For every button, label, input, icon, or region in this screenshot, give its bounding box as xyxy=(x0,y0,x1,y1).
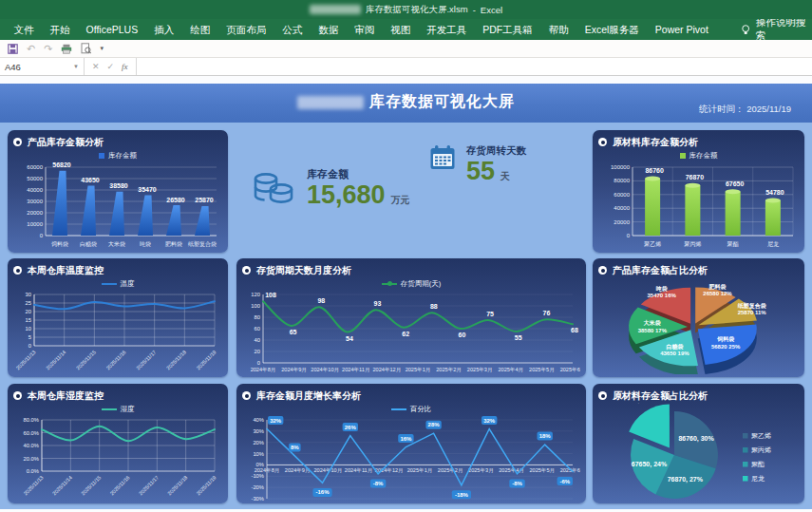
chart-text: 10 xyxy=(26,326,31,332)
chart-text: 吨袋 xyxy=(656,285,668,293)
chart-text: 35470 16% xyxy=(647,293,676,298)
chart-text: 25870 11% xyxy=(738,310,767,315)
chart-text: 2025年2月 xyxy=(436,367,462,373)
cycle-line-chart[interactable]: 0204060801001202024年8月2024年9月2024年10月202… xyxy=(242,290,580,374)
chart-text: 68 xyxy=(571,327,578,333)
chart-text: 15 xyxy=(26,317,31,323)
ribbon-tab-6[interactable]: 页面布局 xyxy=(218,19,274,40)
chart-text: 54 xyxy=(346,335,353,342)
chart-text: 20 xyxy=(255,349,260,354)
chart-text: -8% xyxy=(512,481,522,486)
ribbon-tab-15[interactable]: Power Pivot xyxy=(647,19,716,40)
chart-text: 2024年9月 xyxy=(281,367,307,373)
chart-text: 43650 xyxy=(81,177,100,183)
ribbon-tab-9[interactable]: 审阅 xyxy=(347,19,383,40)
chart-text: 56820 xyxy=(52,161,71,168)
undo-icon[interactable]: ↶ xyxy=(27,43,35,55)
chart-text: 吨袋 xyxy=(140,241,151,247)
name-box[interactable]: A46 ▼ xyxy=(0,58,85,75)
bullet-icon xyxy=(598,138,607,146)
dashboard-sheet: 库存数据可视化大屏 统计时间： 2025/11/19 产品库存金额分析 库存金额… xyxy=(0,76,812,512)
chart-text: -8% xyxy=(373,481,384,486)
chart-text: 98 xyxy=(317,297,325,304)
name-box-dropdown-icon[interactable]: ▼ xyxy=(73,64,79,69)
panel-title: 库存金额月度增长率分析 xyxy=(256,389,361,403)
print-preview-icon[interactable] xyxy=(81,43,91,54)
humidity-line-chart[interactable]: 0.0%20.0%40.0%60.0%80.0%2025/11/132025/1… xyxy=(13,415,222,501)
tell-me-search[interactable]: 操作说明搜索 xyxy=(741,16,812,43)
chart-text: 20000 xyxy=(614,219,630,225)
redo-icon[interactable]: ↷ xyxy=(44,43,52,55)
enter-icon[interactable]: ✓ xyxy=(107,62,115,71)
formula-input[interactable] xyxy=(137,58,812,75)
chart-text: 65 xyxy=(290,329,297,335)
ribbon-tab-13[interactable]: 帮助 xyxy=(540,19,576,40)
ribbon-tab-7[interactable]: 公式 xyxy=(274,19,311,40)
chart-text: 54780, 19% xyxy=(619,403,655,404)
panel-title: 本周仓库温度监控 xyxy=(28,264,104,277)
stat-time-label: 统计时间： xyxy=(699,104,745,114)
material-bar-chart[interactable]: 02000040000600008000010000086760聚乙烯76870… xyxy=(598,161,799,249)
print-icon[interactable] xyxy=(61,44,72,54)
chart-text: 76870, 27% xyxy=(668,476,704,484)
ribbon-tab-4[interactable]: 插入 xyxy=(146,19,182,40)
chart-text: 2025/11/17 xyxy=(135,349,157,370)
chart-text: 43650 19% xyxy=(660,351,689,356)
chart-text: 60 xyxy=(255,326,260,332)
bar xyxy=(166,205,181,236)
panel-material-inventory: 原材料库存金额分析 库存金额 0200004000060000800001000… xyxy=(593,130,804,253)
chart-text: 86760, 30% xyxy=(678,435,714,443)
chart-text: 大米袋 xyxy=(108,240,125,247)
chart-text: 尼龙 xyxy=(751,475,765,482)
save-icon[interactable] xyxy=(8,44,18,54)
chart-text: 40.0% xyxy=(24,443,39,448)
chart-text: 0 xyxy=(257,360,260,366)
cancel-icon[interactable]: ✕ xyxy=(92,62,100,71)
chart-text: 60000 xyxy=(614,192,630,198)
ribbon-tab-14[interactable]: Excel服务器 xyxy=(576,19,647,40)
legend-swatch xyxy=(102,408,117,410)
material-pie-chart[interactable]: 86760, 30%76870, 27%67650, 24%54780, 19%… xyxy=(598,403,799,501)
chart-text: 2025/11/16 xyxy=(109,474,131,496)
ribbon-tab-8[interactable]: 数据 xyxy=(311,19,347,40)
sheet-top-strip xyxy=(0,76,812,84)
ribbon-tab-5[interactable]: 绘图 xyxy=(182,19,218,40)
bar xyxy=(685,185,700,236)
chart-text: 67650 xyxy=(726,180,745,187)
ribbon-tab-2[interactable]: 开始 xyxy=(42,19,78,40)
chart-text: -16% xyxy=(315,489,330,495)
chart-text: 25 xyxy=(26,300,31,306)
ribbon-tab-1[interactable]: 文件 xyxy=(6,19,42,40)
chart-text: 20 xyxy=(26,309,31,314)
chart-text: 2024年10月 xyxy=(311,367,339,373)
bullet-icon xyxy=(13,138,22,146)
chart-text: 108 xyxy=(265,292,276,298)
chart-text: -20% xyxy=(251,484,264,490)
chart-text: 100 xyxy=(251,303,260,309)
chart-text: -30% xyxy=(251,496,264,502)
chart-text: 肥料袋 xyxy=(164,241,182,248)
ribbon-tab-10[interactable]: 视图 xyxy=(383,19,419,40)
product-bar-chart[interactable]: 010000200003000040000500006000056820饲料袋4… xyxy=(13,161,222,249)
ribbon-tab-12[interactable]: PDF工具箱 xyxy=(475,19,541,40)
chart-text: 50000 xyxy=(27,176,43,181)
ribbon-tab-3[interactable]: OfficePLUS xyxy=(78,19,146,40)
panel-cycle-days: 存货周期天数月度分析 存货周期(天) 0204060801001202024年8… xyxy=(236,258,586,377)
ribbon-tab-bar: 文件开始OfficePLUS插入绘图页面布局公式数据审阅视图开发工具PDF工具箱… xyxy=(0,19,812,40)
legend-swatch xyxy=(743,476,748,482)
growth-line-chart[interactable]: -30%-20%-10%0%10%20%30%40%2024年8月2024年9月… xyxy=(242,415,580,503)
product-pie-chart[interactable]: 肥料袋 26580 12%纸塑复合袋 25870 11%饲料袋56820 25%… xyxy=(598,277,799,374)
ribbon-tab-11[interactable]: 开发工具 xyxy=(419,19,475,40)
chart-text: 54780 xyxy=(765,189,784,196)
chart-text: 40000 xyxy=(614,205,630,211)
chart-text: 2025/11/18 xyxy=(165,349,187,370)
customize-quick-access-icon[interactable]: ▾ xyxy=(100,45,104,52)
chart-text: 80000 xyxy=(614,178,630,183)
chart-text: 30 xyxy=(26,292,31,297)
temperature-line-chart[interactable]: 0510152025302025/11/132025/11/142025/11/… xyxy=(13,290,222,374)
bar-cap xyxy=(765,199,781,203)
chart-text: 聚乙烯 xyxy=(644,240,661,247)
bar xyxy=(726,192,741,236)
chart-text: -6% xyxy=(559,479,570,484)
insert-function-icon[interactable]: fx xyxy=(122,62,128,71)
